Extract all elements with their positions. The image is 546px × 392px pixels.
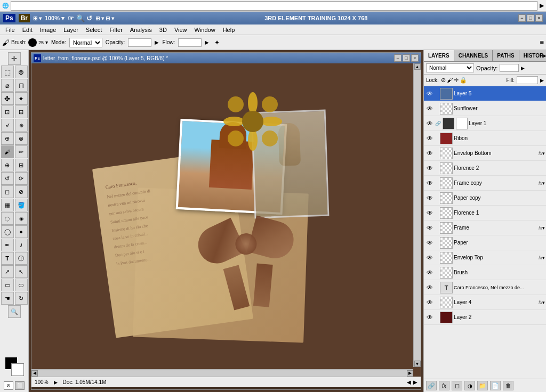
lock-all-icon[interactable]: 🔒 bbox=[460, 77, 467, 84]
menu-layer[interactable]: Layer bbox=[60, 26, 82, 34]
layer-visibility-eye[interactable]: 👁 bbox=[425, 89, 435, 99]
lock-image-icon[interactable]: 🖌 bbox=[447, 77, 453, 84]
layer-fx-expand[interactable]: ▾ bbox=[542, 151, 545, 156]
scroll-up-button[interactable]: ▲ bbox=[414, 63, 421, 70]
layer-visibility-eye[interactable]: 👁 bbox=[425, 268, 435, 277]
vertical-scrollbar[interactable]: ▲ ▼ bbox=[413, 63, 421, 367]
layer-visibility-eye[interactable]: 👁 bbox=[425, 178, 435, 188]
opacity-arrow[interactable]: ▶ bbox=[521, 66, 525, 71]
lock-transparent-icon[interactable]: ⊘ bbox=[441, 77, 446, 84]
layer-link-icon[interactable]: 🔗 bbox=[435, 121, 441, 126]
opacity-input[interactable]: 49% bbox=[500, 64, 519, 72]
zoom-icon[interactable]: ▶ bbox=[54, 380, 58, 385]
menu-file[interactable]: File bbox=[2, 26, 18, 34]
healing-brush-tool[interactable]: ⊕ bbox=[1, 132, 14, 145]
layer-visibility-eye[interactable]: 👁 bbox=[425, 283, 435, 292]
layer-row[interactable]: 👁 Brush bbox=[424, 265, 546, 280]
scroll-track[interactable] bbox=[414, 70, 421, 361]
menu-filter[interactable]: Filter bbox=[106, 26, 125, 34]
doc-close-button[interactable]: × bbox=[411, 54, 419, 62]
layer-visibility-eye[interactable]: 👁 bbox=[425, 119, 435, 128]
hand-tool[interactable]: ☚ bbox=[1, 292, 14, 305]
scroll-right-button[interactable]: ▶ bbox=[407, 370, 413, 377]
layer-row[interactable]: 👁 Frame fx ▾ bbox=[424, 220, 546, 235]
magic-wand-tool[interactable]: ✦ bbox=[15, 92, 28, 105]
close-button[interactable]: × bbox=[535, 14, 543, 22]
type-tool[interactable]: T bbox=[1, 252, 14, 265]
menu-analysis[interactable]: Analysis bbox=[127, 26, 155, 34]
tab-layers[interactable]: LAYERS bbox=[424, 50, 454, 61]
brush-dropdown[interactable]: ▾ bbox=[45, 39, 48, 45]
menu-window[interactable]: Window bbox=[191, 26, 219, 34]
layer-visibility-eye[interactable]: 👁 bbox=[425, 164, 435, 173]
go-button[interactable]: ▶ bbox=[540, 2, 544, 9]
menu-view[interactable]: View bbox=[171, 26, 190, 34]
horizontal-scrollbar[interactable]: ◀ ▶ bbox=[31, 369, 413, 377]
gradient-tool[interactable]: ▦ bbox=[1, 199, 14, 211]
layer-row[interactable]: 👁 Layer 5 bbox=[424, 86, 546, 101]
minimize-button[interactable]: − bbox=[518, 14, 526, 22]
layer-row[interactable]: 👁 Paper copy bbox=[424, 191, 546, 206]
layer-row[interactable]: 👁 Envelop Top fx ▾ bbox=[424, 250, 546, 265]
bg-eraser-tool[interactable]: ⊘ bbox=[15, 185, 28, 198]
layer-visibility-eye[interactable]: 👁 bbox=[425, 238, 435, 248]
tab-history[interactable]: HISTOR▸ bbox=[519, 50, 546, 61]
scroll-left-button[interactable]: ◀ bbox=[31, 370, 38, 377]
layer-row[interactable]: 👁 Layer 4 fx ▾ bbox=[424, 295, 546, 310]
tab-channels[interactable]: CHANNELS bbox=[454, 50, 493, 61]
lasso-tool[interactable]: ⌀ bbox=[1, 79, 14, 92]
screen-mode-button[interactable]: ⬜ bbox=[15, 381, 25, 390]
layer-row[interactable]: 👁 🔗 Layer 1 bbox=[424, 116, 546, 131]
layer-row[interactable]: 👁 Envelop Bottom fx ▾ bbox=[424, 146, 546, 161]
rectangle-tool[interactable]: ▭ bbox=[1, 279, 14, 291]
layer-visibility-eye[interactable]: 👁 bbox=[425, 298, 435, 307]
tab-paths[interactable]: PATHS bbox=[493, 50, 519, 61]
layer-fx-expand[interactable]: ▾ bbox=[542, 255, 545, 260]
blend-mode-select[interactable]: Normal bbox=[426, 63, 474, 72]
doc-restore-button[interactable]: □ bbox=[403, 54, 410, 62]
layer-fx-expand[interactable]: ▾ bbox=[542, 300, 545, 305]
layer-visibility-eye[interactable]: 👁 bbox=[425, 149, 435, 158]
crop-tool[interactable]: ⊡ bbox=[1, 105, 14, 118]
marquee-tool[interactable]: ⬚ bbox=[1, 66, 14, 78]
eyedropper-tool[interactable]: 𝒹 bbox=[1, 119, 14, 132]
ellipse-tool[interactable]: ⬭ bbox=[15, 279, 28, 291]
layer-visibility-eye[interactable]: 👁 bbox=[425, 134, 435, 143]
pen-tool[interactable]: ✒ bbox=[1, 239, 14, 251]
rotate-view-tool[interactable]: ↻ bbox=[15, 292, 28, 305]
menu-select[interactable]: Select bbox=[83, 26, 106, 34]
layer-visibility-eye[interactable]: 👁 bbox=[425, 208, 435, 218]
burn-tool[interactable]: ● bbox=[15, 225, 28, 238]
menu-3d[interactable]: 3D bbox=[156, 26, 170, 34]
link-layers-button[interactable]: 🔗 bbox=[426, 381, 437, 390]
maximize-button[interactable]: □ bbox=[527, 14, 534, 22]
type-mask-tool[interactable]: Ⓣ bbox=[15, 252, 28, 265]
menu-help[interactable]: Help bbox=[220, 26, 238, 34]
scroll-h-track[interactable] bbox=[38, 370, 407, 377]
direct-selection-tool[interactable]: ↖ bbox=[15, 265, 28, 278]
fill-input[interactable]: 100% bbox=[517, 76, 538, 84]
history-brush-tool[interactable]: ↺ bbox=[1, 172, 14, 185]
opacity-input[interactable]: 100% bbox=[128, 38, 151, 47]
flow-arrow[interactable]: ▶ bbox=[205, 39, 209, 45]
blur-tool[interactable]: ◌ bbox=[1, 212, 14, 225]
background-color[interactable] bbox=[11, 363, 24, 376]
layer-row[interactable]: 👁 Layer 2 bbox=[424, 310, 546, 325]
color-sampler-tool[interactable]: ⊕ bbox=[15, 119, 28, 132]
zoom-tool[interactable]: 🔍 bbox=[8, 305, 21, 318]
move-tool[interactable]: ✛ bbox=[8, 52, 21, 65]
marquee-tool-2[interactable]: ⊚ bbox=[15, 66, 28, 78]
fill-arrow[interactable]: ▶ bbox=[540, 78, 544, 83]
new-adjustment-button[interactable]: ◑ bbox=[464, 381, 475, 390]
options-icon[interactable]: ≡ bbox=[540, 38, 544, 46]
pencil-tool[interactable]: ✏ bbox=[15, 145, 28, 158]
layer-row[interactable]: 👁 Florence 2 bbox=[424, 161, 546, 176]
slice-tool[interactable]: ⊟ bbox=[15, 105, 28, 118]
layer-fx-expand[interactable]: ▾ bbox=[542, 181, 545, 186]
add-mask-button[interactable]: ◻ bbox=[452, 381, 462, 390]
new-layer-button[interactable]: 📄 bbox=[490, 381, 501, 390]
layer-row[interactable]: 👁 Paper bbox=[424, 235, 546, 250]
quick-mask-button[interactable]: ⊘ bbox=[4, 381, 13, 390]
layer-row[interactable]: 👁 Frame copy fx ▾ bbox=[424, 176, 546, 191]
new-group-button[interactable]: 📁 bbox=[477, 381, 488, 390]
